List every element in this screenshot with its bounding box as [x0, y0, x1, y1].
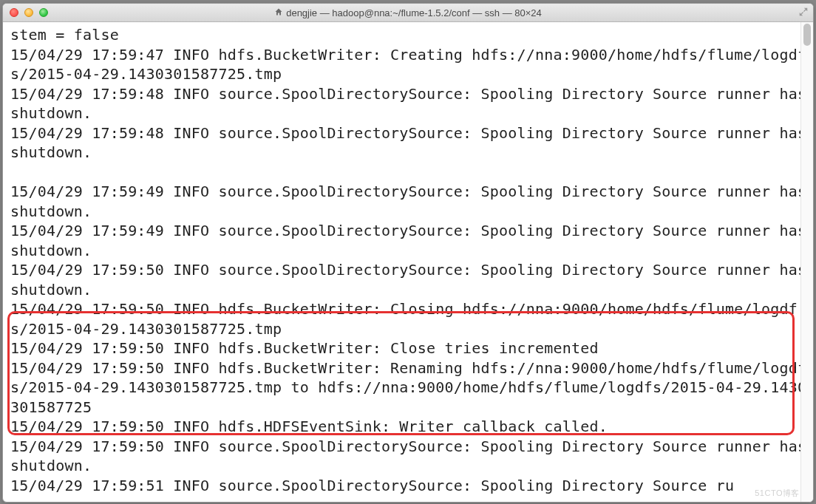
minimize-button[interactable] [24, 8, 33, 17]
terminal-viewport[interactable]: stem = false 15/04/29 17:59:47 INFO hdfs… [3, 22, 813, 502]
window-controls [3, 8, 48, 17]
scrollbar-thumb[interactable] [803, 24, 811, 46]
scrollbar-track[interactable] [800, 22, 813, 502]
window-title-text: dengjie — hadoop@nna:~/flume-1.5.2/conf … [286, 7, 542, 18]
fullscreen-icon[interactable] [798, 7, 809, 17]
terminal-window: dengjie — hadoop@nna:~/flume-1.5.2/conf … [2, 3, 814, 503]
maximize-button[interactable] [39, 8, 48, 17]
titlebar: dengjie — hadoop@nna:~/flume-1.5.2/conf … [3, 4, 813, 22]
terminal-output: stem = false 15/04/29 17:59:47 INFO hdfs… [3, 22, 813, 498]
home-icon [274, 7, 283, 18]
window-title: dengjie — hadoop@nna:~/flume-1.5.2/conf … [3, 7, 813, 18]
close-button[interactable] [10, 8, 18, 17]
